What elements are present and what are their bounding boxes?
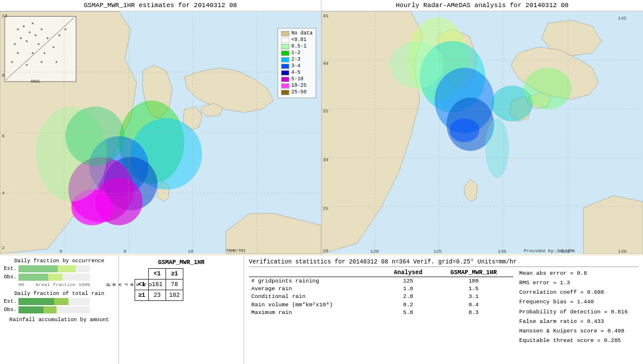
stats-panel: Verification statistics for 20140312 08 … [244, 256, 643, 364]
svg-rect-68 [511, 159, 513, 161]
svg-point-38 [32, 23, 33, 24]
legend-nodata: No data [291, 30, 313, 36]
svg-point-48 [52, 46, 54, 48]
svg-text:6: 6 [2, 133, 5, 139]
stat-row-condrain-label: Conditional rain [249, 293, 382, 300]
svg-point-35 [23, 26, 24, 27]
svg-text:ANAL: ANAL [31, 79, 41, 84]
contingency-title: GSMAP_MWR_1HR [124, 259, 239, 266]
svg-text:140: 140 [618, 249, 627, 254]
legend-2-3: 2-3 [291, 57, 300, 62]
stat-pod: Probability of detection = 0.816 [519, 307, 638, 317]
stat-row-maxrain-analysed: 5.8 [382, 309, 434, 316]
stat-row-condrain-analysed: 2.8 [382, 293, 434, 300]
est-label-1: Est. [4, 266, 17, 272]
stats-table-container: Analysed GSMAP_MWR_1HR # gridpoints rain… [249, 269, 513, 346]
svg-text:TRMM/TMI: TRMM/TMI [226, 249, 245, 253]
stat-row-rainvol-label: Rain volume (mm*km²x10⁶) [249, 300, 382, 309]
chart-title-3: Rainfall accumulation by amount [4, 317, 115, 323]
right-map-area: 45 40 35 30 25 20 120 125 130 135 140 14… [322, 11, 643, 254]
obs-bar-1 [18, 274, 90, 281]
svg-text:6: 6 [60, 249, 63, 254]
svg-text:8: 8 [2, 73, 5, 78]
ct-cell-10: 23 [149, 290, 166, 301]
svg-text:130: 130 [498, 249, 507, 254]
svg-text:4: 4 [2, 190, 5, 196]
legend-1-2: 1-2 [291, 50, 300, 56]
ct-cell-01: 78 [166, 280, 183, 290]
svg-text:145: 145 [618, 15, 627, 21]
svg-point-77 [485, 118, 509, 178]
svg-text:10: 10 [2, 13, 8, 18]
obs-label-2: Obs. [4, 307, 17, 313]
svg-text:125: 125 [433, 249, 442, 254]
bottom-row: Daily fraction by occurrence Est. Obs. 0… [0, 256, 643, 364]
contingency-panel: GSMAP_MWR_1HR Observed <1 ≥1 <1 161 78 [119, 256, 244, 364]
verif-title: Verification statistics for 20140312 08 … [249, 259, 638, 267]
ct-col-less1: <1 [149, 269, 166, 280]
svg-point-18 [65, 106, 125, 166]
svg-text:40: 40 [323, 61, 329, 66]
col-header-blank [249, 269, 382, 277]
svg-text:20: 20 [323, 248, 329, 253]
stat-corr: Correlation coeff = 0.608 [519, 288, 638, 297]
stat-row-gridpoints-analysed: 125 [382, 277, 434, 285]
legend-001: <0.01 [291, 37, 307, 43]
svg-point-74 [524, 68, 572, 109]
axis-0pct: 0% [18, 282, 24, 287]
svg-rect-8 [5, 16, 76, 81]
legend-box: No data <0.01 0.5-1 1-2 2-3 3-4 4-5 5-10… [277, 28, 316, 98]
legend-3-4: 3-4 [291, 63, 300, 69]
stat-row-condrain-gsmap: 3.1 [434, 293, 513, 300]
ct-row-gte1: ≥1 [135, 290, 149, 301]
svg-point-36 [29, 32, 30, 33]
svg-point-54 [55, 61, 57, 63]
ct-row-less1: <1 [135, 280, 149, 290]
right-stats: Mean abs error = 0.8 RMS error = 1.3 Cor… [519, 269, 638, 346]
occurrence-chart: Est. Obs. 0% Areal fraction 100% [4, 265, 115, 287]
right-map-title: Hourly Radar-AMeDAS analysis for 2014031… [322, 0, 643, 11]
ct-cell-00: 161 [149, 280, 166, 290]
contingency-table: <1 ≥1 <1 161 78 ≥1 23 102 [135, 268, 183, 301]
stats-cols: Analysed GSMAP_MWR_1HR # gridpoints rain… [249, 269, 638, 346]
obs-bar-2 [18, 306, 90, 313]
stat-row-maxrain-gsmap: 8.3 [434, 309, 513, 316]
svg-text:45: 45 [323, 13, 329, 18]
left-map-svg: ANAL [0, 11, 321, 254]
stat-row-rainvol-gsmap: 0.4 [434, 300, 513, 309]
legend-4-5: 4-5 [291, 70, 300, 76]
est-bar-1 [18, 265, 90, 272]
stat-rms: RMS error = 1.3 [519, 278, 638, 288]
est-bar-2 [18, 298, 90, 305]
svg-point-76 [450, 118, 479, 142]
svg-point-50 [64, 29, 66, 30]
est-label-2: Est. [4, 299, 17, 305]
svg-point-75 [390, 41, 444, 89]
rain-chart: Est. Obs. [4, 298, 115, 313]
obs-label-1: Obs. [4, 274, 17, 280]
ct-col-gte1: ≥1 [166, 269, 183, 280]
chart-title-1: Daily fraction by occurrence [4, 258, 115, 264]
charts-panel: Daily fraction by occurrence Est. Obs. 0… [0, 256, 119, 364]
svg-point-46 [32, 52, 33, 54]
left-map-panel: GSMAP_MWR_1HR estimates for 20140312 08 [0, 0, 322, 256]
stat-row-avgrain-gsmap: 1.5 [434, 285, 513, 293]
stat-row-avgrain-label: Average rain [249, 285, 382, 293]
svg-point-51 [11, 61, 13, 63]
left-map-area: ANAL [0, 11, 321, 254]
col-header-gsmap: GSMAP_MWR_1HR [434, 269, 513, 277]
svg-marker-65 [583, 196, 643, 254]
stat-ets: Equitable threat score = 0.285 [519, 336, 638, 346]
stat-freqbias: Frequency bias = 1.440 [519, 297, 638, 307]
svg-point-39 [26, 40, 27, 42]
svg-text:35: 35 [323, 108, 329, 114]
svg-point-49 [58, 34, 60, 36]
stat-row-gridpoints-gsmap: 180 [434, 277, 513, 285]
stats-table: Analysed GSMAP_MWR_1HR # gridpoints rain… [249, 269, 513, 316]
svg-text:30: 30 [323, 157, 329, 162]
svg-point-44 [46, 37, 48, 39]
svg-point-43 [38, 43, 39, 45]
svg-point-47 [43, 52, 45, 54]
stat-row-gridpoints-label: # gridpoints raining [249, 277, 382, 285]
svg-text:8: 8 [124, 249, 127, 254]
